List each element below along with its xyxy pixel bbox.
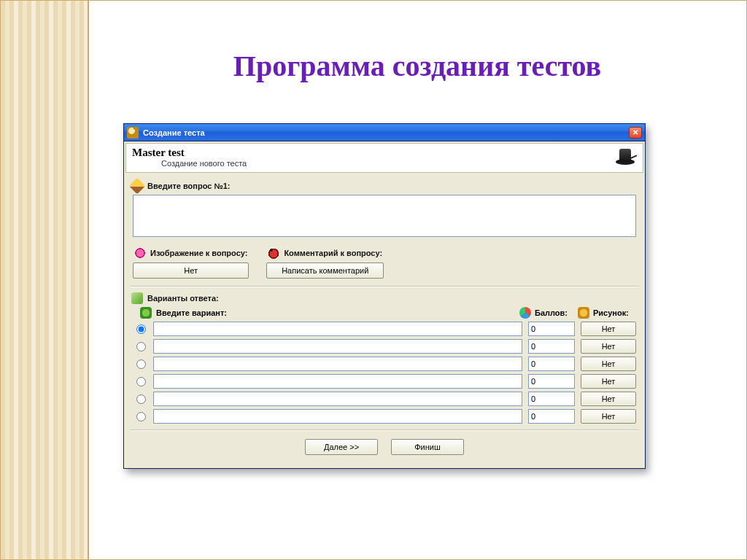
answers-title: Варианты ответа:	[147, 294, 219, 303]
pie-icon	[519, 307, 531, 319]
answer-row: Нет	[130, 373, 639, 390]
close-icon[interactable]: ✕	[629, 127, 642, 139]
finish-button[interactable]: Финиш	[391, 439, 464, 455]
wizard-footer: Далее >> Финиш	[130, 433, 639, 462]
answer-row: Нет	[130, 390, 639, 408]
app-window: Создание теста ✕ Master test Создание но…	[123, 123, 646, 469]
answer-picture-button[interactable]: Нет	[581, 409, 636, 424]
answers-col-picture: Рисунок:	[593, 308, 629, 317]
separator	[130, 286, 639, 287]
answer-score-input[interactable]	[528, 339, 575, 354]
slide-title: Программа создания тестов	[132, 49, 703, 83]
question-label-row: Введите вопрос №1:	[130, 177, 639, 193]
image-none-button[interactable]: Нет	[133, 262, 249, 279]
answer-radio[interactable]	[136, 342, 146, 351]
next-button[interactable]: Далее >>	[305, 439, 378, 455]
answer-radio[interactable]	[136, 359, 146, 369]
image-section-text: Изображение к вопросу:	[150, 249, 247, 257]
window-title: Создание теста	[143, 128, 629, 137]
answer-score-input[interactable]	[528, 357, 575, 371]
pencil-icon	[129, 178, 146, 195]
question-label: Введите вопрос №1:	[147, 182, 230, 190]
answer-radio[interactable]	[136, 412, 146, 421]
window-titlebar[interactable]: Создание теста ✕	[124, 124, 645, 141]
answers-title-row: Варианты ответа:	[130, 289, 639, 306]
answer-text-input[interactable]	[153, 322, 522, 336]
answer-radio[interactable]	[136, 324, 146, 334]
answer-row: Нет	[130, 408, 639, 425]
answer-picture-button[interactable]: Нет	[581, 374, 636, 389]
answer-picture-button[interactable]: Нет	[581, 357, 636, 371]
answer-text-input[interactable]	[153, 392, 522, 406]
slide-background: Программа создания тестов Создание теста…	[0, 0, 747, 560]
puzzle-icon	[140, 307, 152, 319]
answer-score-input[interactable]	[528, 322, 575, 336]
answer-text-input[interactable]	[153, 374, 522, 389]
comment-section-label: Комментарий к вопросу:	[266, 244, 384, 260]
wizard-body: Введите вопрос №1: Изображение к вопросу…	[125, 174, 643, 467]
answer-text-input[interactable]	[153, 357, 522, 371]
answer-row: Нет	[130, 320, 639, 338]
answer-picture-button[interactable]: Нет	[581, 339, 636, 354]
answers-container: НетНетНетНетНетНет	[130, 320, 639, 425]
app-icon	[127, 127, 139, 139]
question-input[interactable]	[133, 195, 636, 237]
wizard-subtitle: Создание нового теста	[161, 159, 614, 168]
answer-text-input[interactable]	[153, 339, 522, 354]
answer-picture-button[interactable]: Нет	[581, 322, 636, 336]
bug-icon	[268, 247, 279, 259]
answer-score-input[interactable]	[528, 392, 575, 406]
answers-col-score: Баллов:	[535, 308, 568, 317]
answer-radio[interactable]	[136, 377, 146, 386]
comment-section-text: Комментарий к вопросу:	[284, 249, 382, 257]
answer-text-input[interactable]	[153, 409, 522, 424]
slide-stripe-border	[88, 1, 89, 559]
slide-decorative-stripe	[1, 1, 88, 559]
separator	[130, 429, 639, 430]
answer-score-input[interactable]	[528, 409, 575, 424]
answers-col-variant: Введите вариант:	[156, 308, 227, 317]
wizard-header: Master test Создание нового теста	[125, 143, 643, 173]
puzzle2-icon	[578, 307, 589, 319]
clip-icon	[131, 292, 143, 304]
flower-icon	[134, 247, 146, 259]
answers-header: Введите вариант: Баллов: Рисунок:	[130, 306, 639, 320]
answer-picture-button[interactable]: Нет	[581, 392, 636, 406]
answer-row: Нет	[130, 338, 639, 355]
answer-radio[interactable]	[136, 394, 146, 404]
answer-row: Нет	[130, 355, 639, 373]
wizard-hat-icon	[614, 147, 637, 168]
write-comment-button[interactable]: Написать комментарий	[266, 262, 384, 279]
answer-score-input[interactable]	[528, 374, 575, 389]
image-section-label: Изображение к вопросу:	[133, 244, 249, 260]
wizard-title: Master test	[132, 147, 614, 159]
